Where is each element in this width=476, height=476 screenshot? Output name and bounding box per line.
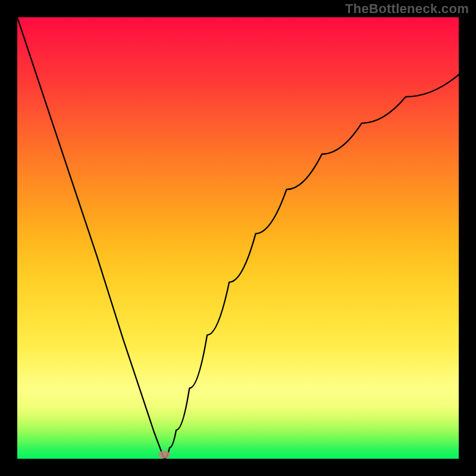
minimum-marker xyxy=(158,450,170,458)
bottleneck-curve xyxy=(17,17,459,459)
plot-area xyxy=(17,17,459,459)
curve-layer xyxy=(17,17,459,459)
chart-frame: TheBottleneck.com xyxy=(0,0,476,476)
watermark-text: TheBottleneck.com xyxy=(345,1,469,17)
